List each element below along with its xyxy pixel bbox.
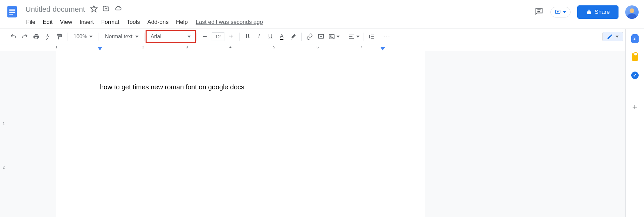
document-canvas: 1 2 how to get times new roman font on g… [0, 51, 644, 217]
document-content[interactable]: how to get times new roman font on googl… [100, 83, 382, 91]
ruler-tick: 6 [317, 45, 319, 49]
ruler-tick: 5 [273, 45, 275, 49]
chevron-down-icon [336, 36, 340, 38]
menu-addons[interactable]: Add-ons [144, 17, 172, 27]
svg-marker-5 [91, 6, 97, 12]
ruler-tick: 7 [360, 45, 362, 49]
align-button[interactable] [347, 32, 361, 41]
left-indent-marker[interactable] [98, 47, 102, 50]
svg-rect-16 [349, 38, 354, 39]
last-edit-link[interactable]: Last edit was seconds ago [196, 19, 263, 26]
open-comments-icon[interactable] [534, 7, 544, 17]
separator [67, 33, 67, 41]
svg-rect-14 [349, 35, 354, 35]
separator [197, 33, 197, 41]
menu-bar: File Edit View Insert Format Tools Add-o… [23, 16, 534, 28]
spellcheck-button[interactable] [42, 31, 53, 42]
svg-rect-4 [9, 14, 13, 15]
separator [301, 33, 302, 41]
ruler-tick: 2 [142, 45, 144, 49]
svg-rect-0 [7, 6, 17, 17]
tasks-addon-icon[interactable]: ✓ [631, 71, 639, 79]
more-button[interactable]: ⋯ [382, 31, 392, 42]
workspace: 1 2 how to get times new roman font on g… [0, 51, 644, 217]
paint-format-button[interactable] [54, 31, 64, 42]
ruler-tick: 1 [55, 45, 57, 49]
add-comment-button[interactable] [316, 31, 326, 42]
title-area: Untitled document File Edit View Insert … [23, 3, 534, 28]
menu-tools[interactable]: Tools [123, 17, 144, 27]
decrease-font-size-button[interactable]: − [200, 31, 210, 42]
svg-rect-15 [349, 36, 352, 37]
get-addons-button[interactable]: + [631, 103, 639, 111]
svg-rect-3 [9, 12, 15, 13]
menu-edit[interactable]: Edit [39, 17, 56, 27]
account-avatar[interactable] [625, 5, 639, 19]
font-dropdown[interactable]: Arial [146, 30, 196, 43]
highlight-color-button[interactable] [288, 31, 299, 42]
print-button[interactable] [31, 31, 42, 42]
underline-button[interactable]: U [265, 31, 276, 42]
separator [364, 33, 364, 41]
menu-format[interactable]: Format [98, 17, 123, 27]
chevron-down-icon [563, 11, 566, 13]
italic-button[interactable]: I [254, 31, 264, 42]
document-title[interactable]: Untitled document [23, 4, 88, 14]
font-size-input[interactable] [212, 32, 224, 41]
paragraph-style-dropdown[interactable]: Normal text [102, 32, 142, 41]
chevron-down-icon [615, 36, 619, 38]
menu-help[interactable]: Help [173, 17, 191, 27]
style-value: Normal text [105, 34, 132, 40]
line-spacing-button[interactable] [367, 32, 376, 41]
svg-rect-1 [9, 9, 15, 10]
separator [344, 33, 344, 41]
chevron-down-icon [135, 36, 139, 38]
calendar-addon-icon[interactable]: 31 [631, 35, 639, 43]
insert-image-button[interactable] [327, 32, 341, 41]
svg-point-13 [330, 36, 331, 37]
menu-file[interactable]: File [23, 17, 39, 27]
ruler-tick: 4 [229, 45, 231, 49]
menu-insert[interactable]: Insert [76, 17, 97, 27]
chevron-down-icon [89, 36, 93, 38]
header-right: Share [534, 3, 639, 19]
separator [379, 33, 379, 41]
document-page[interactable]: how to get times new roman font on googl… [56, 51, 425, 217]
right-indent-marker[interactable] [380, 47, 385, 50]
separator [99, 33, 99, 41]
vertical-ruler[interactable]: 1 2 [1, 51, 7, 217]
title-row: Untitled document [23, 3, 534, 16]
bold-button[interactable]: B [242, 31, 253, 42]
editing-mode-button[interactable] [602, 32, 623, 41]
share-label: Share [595, 9, 610, 15]
increase-font-size-button[interactable]: + [226, 31, 236, 42]
chevron-down-icon [187, 36, 191, 38]
share-button[interactable]: Share [577, 5, 619, 19]
title-actions [90, 5, 122, 14]
side-panel: 31 ✓ + [625, 29, 644, 217]
horizontal-ruler[interactable]: 1 2 3 4 5 6 7 [0, 44, 644, 51]
separator [239, 33, 239, 41]
insert-link-button[interactable] [304, 31, 315, 42]
font-value: Arial [151, 34, 161, 40]
zoom-dropdown[interactable]: 100% [70, 32, 96, 41]
text-color-button[interactable]: A [276, 31, 287, 42]
toolbar: 100% Normal text Arial − + B I U A ⋯ [0, 29, 644, 44]
separator [145, 33, 145, 41]
star-icon[interactable] [90, 5, 98, 14]
move-icon[interactable] [102, 5, 110, 14]
docs-logo[interactable] [5, 5, 19, 18]
zoom-value: 100% [73, 34, 87, 40]
ruler-tick: 3 [186, 45, 188, 49]
menu-view[interactable]: View [57, 17, 76, 27]
vruler-tick: 1 [3, 122, 5, 126]
undo-button[interactable] [8, 31, 19, 42]
chevron-down-icon [356, 36, 360, 38]
present-button[interactable] [550, 7, 571, 17]
redo-button[interactable] [19, 31, 30, 42]
svg-rect-2 [9, 10, 15, 11]
cloud-status-icon[interactable] [114, 5, 122, 14]
font-size-control: − + [200, 31, 236, 42]
vruler-tick: 2 [3, 165, 5, 169]
keep-addon-icon[interactable] [631, 53, 639, 61]
